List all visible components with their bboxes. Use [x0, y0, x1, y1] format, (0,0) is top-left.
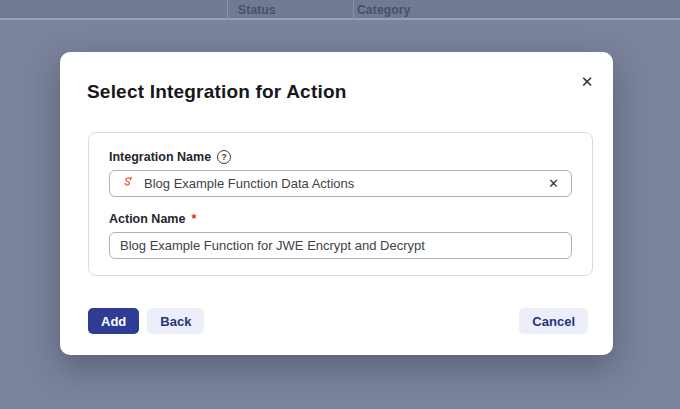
- integration-name-label-text: Integration Name: [109, 150, 211, 164]
- action-name-label: Action Name *: [109, 212, 572, 226]
- column-header-category: Category: [357, 3, 411, 17]
- add-button[interactable]: Add: [88, 308, 139, 334]
- footer-left-buttons: Add Back: [88, 308, 204, 334]
- integration-name-field[interactable]: ✕: [109, 170, 572, 197]
- column-divider: [227, 0, 228, 20]
- clear-icon[interactable]: ✕: [546, 177, 561, 190]
- back-button[interactable]: Back: [147, 308, 204, 334]
- action-name-field[interactable]: [109, 232, 572, 259]
- select-integration-dialog: Select Integration for Action ✕ Integrat…: [60, 52, 613, 355]
- action-name-label-text: Action Name: [109, 212, 185, 226]
- required-asterisk: *: [191, 212, 196, 226]
- cancel-button[interactable]: Cancel: [519, 308, 588, 334]
- spacer: [109, 197, 572, 212]
- integration-name-input[interactable]: [144, 176, 537, 191]
- background-table-header: Status Category: [0, 0, 680, 20]
- column-divider: [353, 0, 354, 20]
- dialog-title: Select Integration for Action: [87, 81, 347, 103]
- integration-name-label: Integration Name ?: [109, 150, 572, 164]
- close-icon[interactable]: ✕: [576, 70, 598, 92]
- action-name-input[interactable]: [120, 238, 561, 253]
- help-icon[interactable]: ?: [217, 150, 231, 164]
- dialog-footer: Add Back Cancel: [88, 308, 588, 334]
- column-header-status: Status: [238, 3, 276, 17]
- fields-card: Integration Name ? ✕ Action Name *: [88, 132, 593, 276]
- integration-function-icon: [120, 176, 135, 191]
